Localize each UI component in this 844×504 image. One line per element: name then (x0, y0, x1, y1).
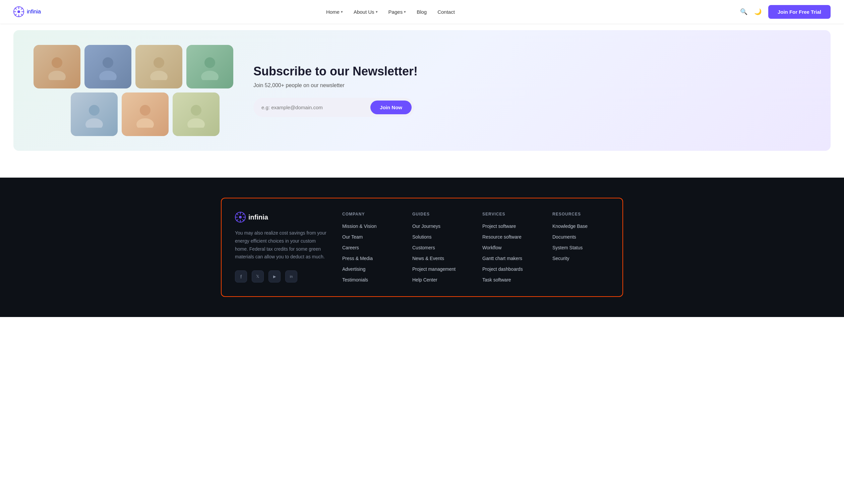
services-link-6[interactable]: Task software (482, 277, 511, 283)
footer-logo-icon (235, 212, 246, 222)
logo-text: infinia (27, 9, 41, 15)
newsletter-section: Subscribe to our Newsletter! Join 52,000… (13, 30, 831, 151)
services-link-1[interactable]: Project software (482, 223, 516, 229)
chevron-down-icon: ▾ (341, 10, 343, 14)
logo-icon (13, 6, 24, 17)
footer-col-company-title: COMPANY (342, 212, 399, 216)
footer-inner: infinia You may also realize cost saving… (221, 198, 623, 297)
svg-point-15 (150, 71, 167, 80)
list-item: Testimonials (342, 277, 399, 283)
services-link-4[interactable]: Gantt chart makers (482, 256, 522, 261)
footer: infinia You may also realize cost saving… (0, 178, 844, 317)
main-nav: Home ▾ About Us ▾ Pages ▾ Blog Contact (326, 9, 455, 15)
list-item: Project software (482, 223, 539, 229)
footer-description: You may also realize cost savings from y… (235, 229, 329, 261)
nav-blog[interactable]: Blog (417, 9, 427, 15)
guides-link-6[interactable]: Help Center (412, 277, 437, 283)
footer-col-company: COMPANY Mission & Vision Our Team Career… (342, 212, 399, 283)
list-item: Documents (552, 234, 609, 240)
list-item: Advertising (342, 266, 399, 272)
nav-contact[interactable]: Contact (437, 9, 455, 15)
logo[interactable]: infinia (13, 6, 41, 17)
company-link-3[interactable]: Careers (342, 245, 359, 250)
footer-col-resources: RESOURCES Knowledge Base Documents Syste… (552, 212, 609, 283)
chevron-down-icon: ▾ (376, 10, 378, 14)
svg-point-1 (17, 11, 20, 13)
join-free-trial-button[interactable]: Join For Free Trial (768, 5, 831, 19)
photo-tile-1 (34, 45, 80, 88)
resources-link-1[interactable]: Knowledge Base (552, 223, 588, 229)
social-icons: f 𝕏 ▶ in (235, 270, 329, 283)
company-link-2[interactable]: Our Team (342, 234, 363, 239)
twitter-icon[interactable]: 𝕏 (252, 270, 264, 283)
svg-point-21 (137, 118, 154, 128)
resources-link-3[interactable]: System Status (552, 245, 582, 250)
nav-pages[interactable]: Pages ▾ (389, 9, 406, 15)
footer-logo-text: infinia (248, 214, 268, 221)
footer-guides-links: Our Journeys Solutions Customers News & … (412, 223, 469, 283)
list-item: Project management (412, 266, 469, 272)
footer-services-links: Project software Resource software Workf… (482, 223, 539, 283)
photo-tile-6 (122, 92, 168, 136)
newsletter-submit-button[interactable]: Join Now (371, 101, 412, 114)
chevron-down-icon: ▾ (404, 10, 406, 14)
footer-resources-links: Knowledge Base Documents System Status S… (552, 223, 609, 262)
footer-logo: infinia (235, 212, 329, 222)
list-item: Careers (342, 245, 399, 251)
footer-brand: infinia You may also realize cost saving… (235, 212, 329, 283)
list-item: Solutions (412, 234, 469, 240)
nav-about-us[interactable]: About Us ▾ (354, 9, 378, 15)
footer-col-guides: GUIDES Our Journeys Solutions Customers … (412, 212, 469, 283)
list-item: Our Team (342, 234, 399, 240)
newsletter-content: Subscribe to our Newsletter! Join 52,000… (253, 64, 810, 117)
facebook-icon[interactable]: f (235, 270, 247, 283)
resources-link-2[interactable]: Documents (552, 234, 576, 239)
navbar: infinia Home ▾ About Us ▾ Pages ▾ Blog C… (0, 0, 844, 23)
guides-link-3[interactable]: Customers (412, 245, 435, 250)
svg-point-18 (89, 105, 100, 115)
svg-point-16 (204, 57, 215, 68)
svg-point-25 (239, 216, 242, 218)
list-item: Mission & Vision (342, 223, 399, 229)
list-item: Project dashboards (482, 266, 539, 272)
footer-company-links: Mission & Vision Our Team Careers Press … (342, 223, 399, 283)
list-item: Gantt chart makers (482, 255, 539, 262)
svg-point-12 (103, 57, 113, 68)
list-item: Customers (412, 245, 469, 251)
list-item: Help Center (412, 277, 469, 283)
list-item: Press & Media (342, 255, 399, 262)
services-link-3[interactable]: Workflow (482, 245, 501, 250)
photo-tile-7 (173, 92, 219, 136)
services-link-5[interactable]: Project dashboards (482, 266, 523, 272)
company-link-1[interactable]: Mission & Vision (342, 223, 376, 229)
nav-home[interactable]: Home ▾ (326, 9, 343, 15)
guides-link-5[interactable]: Project management (412, 266, 455, 272)
guides-link-1[interactable]: Our Journeys (412, 223, 441, 229)
company-link-5[interactable]: Advertising (342, 266, 365, 272)
company-link-4[interactable]: Press & Media (342, 256, 373, 261)
list-item: System Status (552, 245, 609, 251)
newsletter-email-input[interactable] (262, 105, 366, 110)
main-content: Subscribe to our Newsletter! Join 52,000… (0, 0, 844, 317)
photo-tile-5 (71, 92, 118, 136)
dark-mode-button[interactable]: 🌙 (754, 8, 761, 15)
guides-link-2[interactable]: Solutions (412, 234, 432, 239)
list-item: Workflow (482, 245, 539, 251)
newsletter-subtitle: Join 52,000+ people on our newsletter (253, 83, 810, 88)
guides-link-4[interactable]: News & Events (412, 256, 444, 261)
svg-point-20 (140, 105, 150, 115)
navbar-actions: 🔍 🌙 Join For Free Trial (740, 5, 831, 19)
footer-col-services-title: SERVICES (482, 212, 539, 216)
company-link-6[interactable]: Testimonials (342, 277, 368, 283)
services-link-2[interactable]: Resource software (482, 234, 522, 239)
youtube-icon[interactable]: ▶ (269, 270, 281, 283)
svg-point-23 (187, 118, 205, 128)
linkedin-icon[interactable]: in (285, 270, 297, 283)
search-button[interactable]: 🔍 (740, 8, 748, 15)
gap-section (0, 151, 844, 178)
resources-link-4[interactable]: Security (552, 256, 570, 261)
svg-point-11 (48, 71, 66, 80)
footer-col-services: SERVICES Project software Resource softw… (482, 212, 539, 283)
list-item: Security (552, 255, 609, 262)
list-item: Resource software (482, 234, 539, 240)
